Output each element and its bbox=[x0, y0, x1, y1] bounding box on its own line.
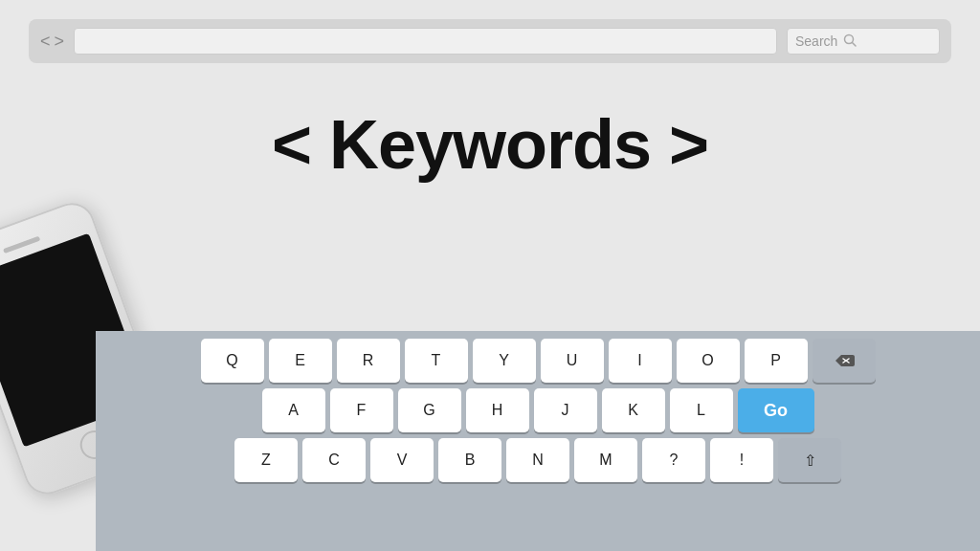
forward-button[interactable]: > bbox=[55, 32, 65, 52]
key-c[interactable]: C bbox=[302, 438, 366, 482]
key-q[interactable]: Q bbox=[201, 339, 264, 383]
main-heading-area: < Keywords > bbox=[0, 105, 980, 184]
keyboard-row-1: Q E R T Y U I O P bbox=[101, 339, 974, 383]
search-box[interactable]: Search bbox=[787, 28, 940, 55]
phone-speaker bbox=[3, 236, 40, 253]
key-h[interactable]: H bbox=[466, 388, 529, 432]
key-shift[interactable]: ⇧ bbox=[778, 438, 841, 482]
key-j[interactable]: J bbox=[534, 388, 597, 432]
key-f[interactable]: F bbox=[330, 388, 393, 432]
key-i[interactable]: I bbox=[609, 339, 672, 383]
keyboard: Q E R T Y U I O P A F G H J K L Go Z C V… bbox=[96, 331, 980, 551]
key-y[interactable]: Y bbox=[473, 339, 536, 383]
key-o[interactable]: O bbox=[677, 339, 740, 383]
key-z[interactable]: Z bbox=[234, 438, 298, 482]
key-v[interactable]: V bbox=[370, 438, 434, 482]
key-u[interactable]: U bbox=[541, 339, 604, 383]
key-b[interactable]: B bbox=[438, 438, 501, 482]
key-e[interactable]: E bbox=[269, 339, 332, 383]
key-question[interactable]: ? bbox=[642, 438, 705, 482]
browser-bar: < > Search bbox=[29, 19, 951, 63]
key-t[interactable]: T bbox=[405, 339, 468, 383]
keyboard-row-2: A F G H J K L Go bbox=[101, 388, 974, 432]
svg-line-1 bbox=[853, 42, 857, 46]
key-n[interactable]: N bbox=[506, 438, 569, 482]
key-l[interactable]: L bbox=[670, 388, 733, 432]
key-m[interactable]: M bbox=[574, 438, 637, 482]
search-icon bbox=[843, 33, 857, 50]
nav-buttons: < > bbox=[40, 32, 64, 52]
key-p[interactable]: P bbox=[745, 339, 808, 383]
key-exclamation[interactable]: ! bbox=[710, 438, 773, 482]
search-label: Search bbox=[795, 33, 837, 49]
address-bar[interactable] bbox=[74, 28, 777, 55]
key-r[interactable]: R bbox=[337, 339, 400, 383]
keyboard-row-3: Z C V B N M ? ! ⇧ bbox=[101, 438, 974, 482]
key-go[interactable]: Go bbox=[738, 388, 814, 432]
key-a[interactable]: A bbox=[262, 388, 325, 432]
key-backspace[interactable] bbox=[813, 339, 876, 383]
key-g[interactable]: G bbox=[398, 388, 461, 432]
back-button[interactable]: < bbox=[40, 32, 51, 52]
key-k[interactable]: K bbox=[602, 388, 665, 432]
page-title: < Keywords > bbox=[0, 105, 980, 184]
